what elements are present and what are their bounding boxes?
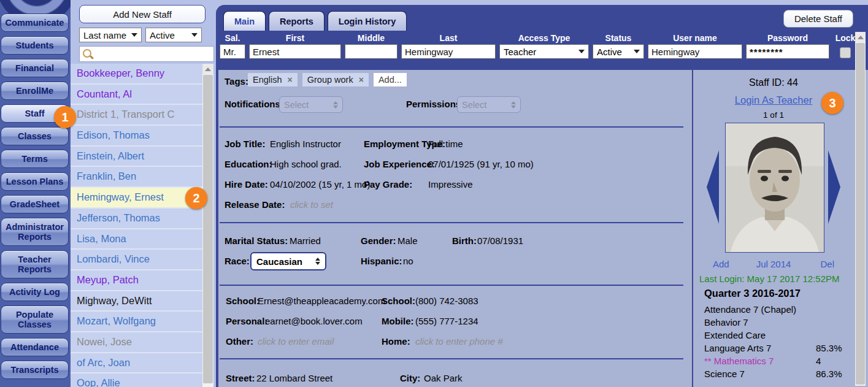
access-type-select[interactable]: Teacher [499, 44, 589, 59]
sidebar-item-attendance[interactable]: Attendance [1, 338, 69, 356]
class-name[interactable]: ** Mathematics 7 [704, 356, 774, 366]
status-filter-select[interactable]: Active [145, 28, 202, 42]
remove-tag-icon[interactable]: × [288, 75, 293, 85]
photo-next-icon[interactable] [828, 150, 840, 224]
hire-date-label: Hire Date: [225, 179, 268, 190]
search-input[interactable] [94, 47, 213, 61]
mobile-phone-label: Mobile: [382, 316, 414, 326]
release-date-placeholder[interactable]: click to set [290, 199, 333, 210]
class-grade-value: 4 [816, 356, 821, 366]
class-summary-row: Behavior 7 [704, 317, 843, 330]
photo-prev-icon[interactable] [707, 150, 719, 224]
sidebar-item-administrator-reports[interactable]: Administrator Reports [1, 218, 69, 246]
staff-list-item[interactable]: Franklin, Ben [71, 167, 202, 188]
last-name-field[interactable] [401, 44, 496, 59]
sidebar-item-classes[interactable]: Classes [1, 127, 69, 145]
lock-checkbox[interactable] [840, 47, 851, 58]
tab-login-history[interactable]: Login History [328, 11, 407, 31]
other-email-placeholder[interactable]: click to enter email [258, 336, 334, 347]
staff-detail-form: Tags: English×Group work×Add... Notifica… [218, 70, 692, 387]
password-label: Password [746, 33, 829, 44]
up-down-arrows-icon [511, 101, 516, 109]
race-select[interactable]: Caucasian [250, 252, 326, 270]
sidebar-item-communicate[interactable]: Communicate [1, 13, 69, 32]
staff-list-item[interactable]: Bookkeeper, Benny [71, 64, 202, 85]
sort-select-value: Last name [83, 30, 126, 40]
class-summary-row: Extended Care [704, 330, 843, 343]
sidebar-item-students[interactable]: Students [1, 36, 69, 55]
photo-del-link[interactable]: Del [820, 259, 834, 269]
sidebar-item-gradesheet[interactable]: GradeSheet [1, 195, 69, 213]
sal-field[interactable] [220, 44, 245, 59]
staff-list-item[interactable]: Lisa, Mona [71, 229, 202, 250]
staff-list-item[interactable]: Lombardi, Vince [71, 250, 202, 270]
user-name-field[interactable] [648, 44, 742, 59]
staff-list-item[interactable]: Countant, Al [71, 85, 202, 105]
password-field[interactable] [746, 44, 829, 59]
sal-label: Sal. [220, 33, 245, 44]
middle-name-field[interactable] [345, 44, 398, 59]
hispanic-value: no [403, 256, 413, 266]
personal-email-label: Personal: [226, 316, 267, 326]
staff-list-item[interactable]: Mighway, DeWitt [71, 291, 202, 312]
status-label: Status [593, 33, 644, 44]
status-select[interactable]: Active [593, 44, 644, 59]
staff-list-item[interactable]: Oop, Allie [71, 374, 202, 387]
sidebar-item-financial[interactable]: Financial [1, 59, 69, 77]
sidebar-item-enrollme[interactable]: EnrollMe [1, 82, 69, 100]
staff-list-item[interactable]: Mozart, Wolfgang [71, 312, 202, 332]
sidebar-item-transcripts[interactable]: Transcripts [1, 361, 69, 379]
sidebar-item-lesson-plans[interactable]: Lesson Plans [1, 172, 69, 191]
middle-label: Middle [345, 33, 398, 44]
last-label: Last [401, 33, 496, 44]
chevron-down-icon [578, 50, 585, 53]
permissions-select[interactable]: Select [457, 96, 521, 113]
delete-staff-button[interactable]: Delete Staff [783, 10, 853, 28]
login-as-teacher-link[interactable]: Login As Teacher [735, 94, 812, 105]
city-label: City: [400, 373, 420, 383]
staff-list-item[interactable]: Nowei, Jose [71, 332, 202, 353]
staff-list-item[interactable]: District 1, Transport C [71, 105, 202, 126]
first-name-field[interactable] [249, 44, 341, 59]
mobile-phone-value: (555) 777-1234 [415, 316, 478, 326]
sort-select[interactable]: Last name [79, 28, 142, 42]
chevron-down-icon [191, 33, 198, 37]
home-phone-placeholder[interactable]: click to enter phone # [415, 336, 503, 347]
tab-main[interactable]: Main [223, 11, 266, 31]
tab-reports[interactable]: Reports [269, 11, 325, 31]
notifications-select[interactable]: Select [279, 96, 343, 113]
school-phone-label: School: [382, 296, 415, 306]
job-experience-value: 07/01/1925 (91 yr, 10 mo) [428, 159, 534, 169]
quarter-title: Quarter 3 2016-2017 [704, 288, 801, 299]
staff-list-item[interactable]: Einstein, Albert [71, 147, 202, 167]
photo-actions: Add Jul 2014 Del [693, 259, 854, 271]
scrollbar-thumb[interactable] [856, 43, 865, 385]
sidebar-item-activity-log[interactable]: Activity Log [1, 283, 69, 301]
school-email-value: Ernest@theappleacademy.com [258, 296, 385, 306]
staff-list-item[interactable]: Edison, Thomas [71, 126, 202, 147]
remove-tag-icon[interactable]: × [359, 75, 364, 85]
staff-list-item[interactable]: Jefferson, Thomas [71, 209, 202, 229]
staff-list-item[interactable]: Meyup, Patch [71, 270, 202, 291]
staff-list-item[interactable]: of Arc, Joan [71, 353, 202, 374]
main-scrollbar[interactable] [855, 32, 866, 386]
tag-chip[interactable]: Group work× [302, 73, 369, 86]
birth-label: Birth: [452, 236, 477, 246]
home-phone-label: Home: [382, 336, 410, 347]
add-new-staff-button[interactable]: Add New Staff [79, 5, 205, 23]
class-name: Extended Care [704, 330, 766, 340]
sidebar-item-terms[interactable]: Terms [1, 150, 69, 168]
tag-chip[interactable]: English× [248, 73, 298, 86]
staff-list-scrollbar[interactable] [202, 64, 213, 387]
scroll-up-icon[interactable] [855, 32, 866, 42]
sidebar-item-populate-classes[interactable]: Populate Classes [1, 305, 69, 334]
scrollbar-thumb[interactable] [203, 75, 213, 383]
up-down-arrows-icon [315, 258, 320, 265]
scroll-up-icon[interactable] [202, 64, 213, 74]
add-tag-button[interactable]: Add... [374, 73, 407, 86]
staff-list-item[interactable]: Hemingway, Ernest [71, 188, 202, 209]
job-title-value: English Instructor [270, 139, 341, 149]
sidebar-item-teacher-reports[interactable]: Teacher Reports [1, 250, 69, 278]
sidebar-nav: CommunicateStudentsFinancialEnrollMeStaf… [0, 13, 71, 379]
education-label: Education: [225, 159, 272, 169]
